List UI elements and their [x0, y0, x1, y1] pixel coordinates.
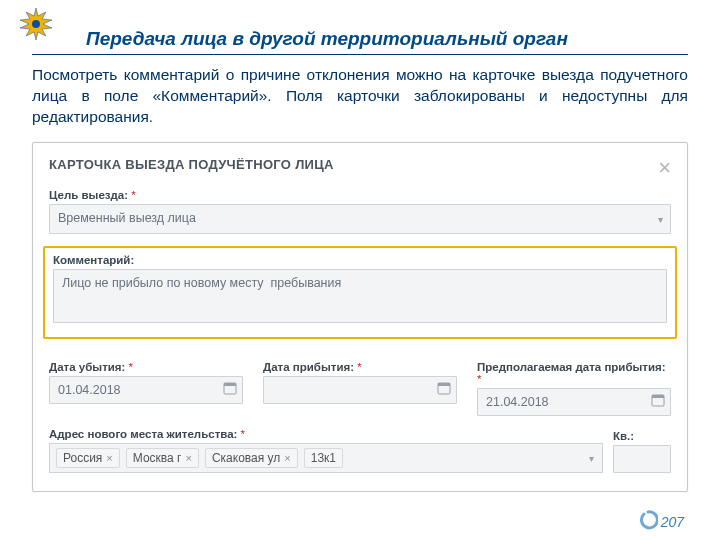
title-rule [32, 54, 688, 55]
arrival-date-input[interactable] [263, 376, 457, 404]
calendar-icon [651, 393, 665, 411]
departure-date-label: Дата убытия: [49, 361, 243, 373]
departure-card: КАРТОЧКА ВЫЕЗДА ПОДУЧЁТНОГО ЛИЦА × Цель … [32, 142, 688, 492]
address-field[interactable]: Россия× Москва г× Скаковая ул× 13к1 ▾ [49, 443, 603, 473]
svg-point-1 [32, 20, 40, 28]
svg-rect-7 [652, 395, 664, 398]
body-text: Посмотреть комментарий о причине отклоне… [32, 65, 688, 128]
swirl-icon [638, 510, 658, 534]
kv-label: Кв.: [613, 430, 671, 442]
page-title: Передача лица в другой территориальный о… [86, 28, 688, 50]
calendar-icon [223, 381, 237, 399]
comment-textarea[interactable] [53, 269, 667, 323]
purpose-select[interactable]: Временный выезд лица [49, 204, 671, 234]
comment-label: Комментарий: [53, 254, 667, 266]
tag-remove-icon[interactable]: × [185, 452, 191, 464]
card-title: КАРТОЧКА ВЫЕЗДА ПОДУЧЁТНОГО ЛИЦА [49, 157, 334, 172]
calendar-icon [437, 381, 451, 399]
arrival-date-label: Дата прибытия: [263, 361, 457, 373]
expected-date-label: Предполагаемая дата прибытия: [477, 361, 671, 385]
tag-remove-icon[interactable]: × [106, 452, 112, 464]
address-label: Адрес нового места жительства: [49, 428, 603, 440]
page-number: 207 [661, 514, 684, 530]
chevron-down-icon: ▾ [589, 452, 594, 463]
address-tag: Россия× [56, 448, 120, 468]
svg-rect-3 [224, 383, 236, 386]
close-icon[interactable]: × [658, 157, 671, 179]
departure-date-input[interactable] [49, 376, 243, 404]
kv-input[interactable] [613, 445, 671, 473]
address-tag: 13к1 [304, 448, 343, 468]
purpose-label: Цель выезда: [49, 189, 671, 201]
svg-rect-5 [438, 383, 450, 386]
address-tag: Скаковая ул× [205, 448, 298, 468]
comment-highlight: Комментарий: [43, 246, 677, 339]
expected-date-input[interactable] [477, 388, 671, 416]
tag-remove-icon[interactable]: × [284, 452, 290, 464]
emblem-icon [18, 6, 54, 46]
address-tag: Москва г× [126, 448, 199, 468]
